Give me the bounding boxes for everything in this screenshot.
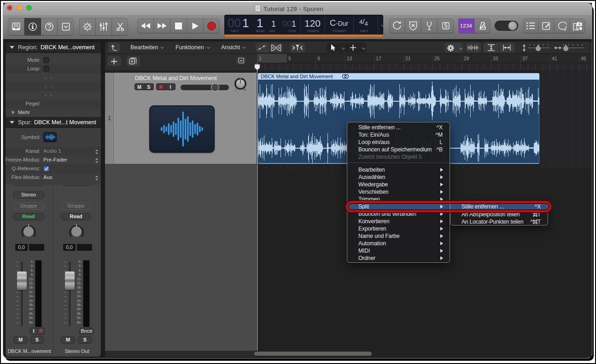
svg-text:R: R bbox=[244, 88, 246, 92]
svg-text:L: L bbox=[235, 88, 237, 92]
